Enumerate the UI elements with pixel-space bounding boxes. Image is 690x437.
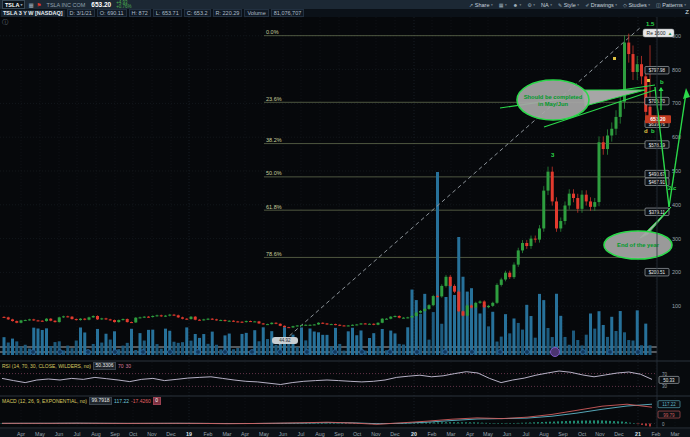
calendar-icon: ▦ [499, 2, 504, 8]
share-button[interactable]: ↗Share▾ [469, 2, 493, 8]
volume-bar [245, 333, 248, 355]
event-marker[interactable] [415, 350, 420, 355]
candle [530, 239, 533, 246]
symbol-input[interactable]: TSLA ▾ [2, 0, 25, 9]
chevron-down-icon: ▾ [20, 2, 22, 7]
time-axis-label: Aug [315, 431, 324, 437]
volume-bar [610, 317, 613, 355]
gear-button[interactable]: ⚙▾ [527, 2, 535, 8]
style-icon: ✎ [558, 2, 562, 8]
volume-bar [122, 346, 125, 355]
collapse-handle-icon[interactable]: Z [685, 9, 689, 15]
candle [202, 319, 205, 320]
event-marker-large[interactable] [551, 348, 560, 357]
volume-bar [241, 334, 244, 355]
event-marker[interactable] [223, 350, 228, 355]
time-axis-label: Nov [595, 431, 605, 437]
event-marker[interactable] [498, 350, 503, 355]
event-marker[interactable] [31, 350, 36, 355]
up-triangle-icon: ▲ [668, 31, 672, 36]
event-marker[interactable] [333, 350, 338, 355]
candle [317, 323, 320, 325]
fib-level-label: 38.2% [266, 137, 282, 143]
chevron-down-icon: ▾ [615, 3, 617, 7]
na-button[interactable]: NA▾ [541, 2, 552, 8]
person-button[interactable]: ☻▾ [513, 2, 522, 8]
candle [640, 64, 643, 76]
volume-bar [559, 316, 562, 355]
candle [411, 316, 414, 317]
ohlc-field: C: 653.2 [184, 9, 211, 17]
volume-bar [538, 294, 541, 355]
event-marker[interactable] [250, 350, 255, 355]
event-marker[interactable] [141, 350, 146, 355]
time-axis-strip[interactable] [0, 429, 690, 437]
volume-bar [11, 339, 14, 355]
button-label: NA [541, 2, 549, 8]
candle [54, 321, 57, 322]
volume-bar [406, 327, 409, 355]
studies-button[interactable]: ◇Studies▾ [623, 2, 650, 8]
volume-bar [66, 346, 69, 355]
patterns-button[interactable]: ◫Patterns▾ [656, 2, 686, 8]
candle [508, 273, 511, 277]
drawings-button[interactable]: ✐Drawings▾ [585, 2, 617, 8]
candle [385, 319, 388, 320]
histogram-bar [329, 423, 331, 424]
candle [58, 317, 61, 322]
trading-platform-window: 9008007006005004003002001000.0%23.6%38.2… [0, 0, 690, 437]
candle [440, 286, 443, 296]
event-marker[interactable] [86, 350, 91, 355]
grid-icon[interactable]: ▦ [28, 2, 33, 8]
calendar-button[interactable]: ▦▾ [499, 2, 507, 8]
event-marker[interactable] [443, 350, 448, 355]
volume-bar [15, 341, 18, 355]
event-marker[interactable] [360, 350, 365, 355]
candle [45, 319, 48, 321]
volume-bar [75, 341, 78, 355]
candle [185, 319, 188, 320]
histogram-bar [485, 423, 487, 424]
histogram-bar [445, 422, 447, 423]
volume-bar [71, 348, 74, 355]
event-marker[interactable] [305, 350, 310, 355]
time-axis-label: Feb [651, 431, 660, 437]
event-marker[interactable] [168, 350, 173, 355]
candle [173, 315, 176, 316]
event-marker[interactable] [278, 350, 283, 355]
flag-icon[interactable]: ⚑ [37, 2, 42, 8]
candle [279, 324, 282, 326]
company-name: TSLA INC COM [47, 2, 86, 8]
candle [559, 221, 562, 228]
candle [245, 321, 248, 322]
time-axis-label: Apr [241, 431, 249, 437]
trendline-price-text: 44.92 [279, 338, 291, 343]
event-marker[interactable] [470, 350, 475, 355]
volume-bar [164, 329, 167, 355]
event-marker[interactable] [581, 350, 586, 355]
studies-icon: ◇ [623, 2, 627, 8]
histogram-bar [545, 422, 547, 424]
volume-bar [598, 311, 601, 355]
chart-canvas[interactable]: 9008007006005004003002001000.0%23.6%38.2… [0, 0, 690, 437]
volume-bar [79, 327, 82, 355]
candle [62, 316, 65, 317]
info-icon[interactable]: ⓘ [2, 18, 8, 27]
drawing-handle[interactable] [613, 57, 616, 60]
style-button[interactable]: ✎Style▾ [558, 2, 579, 8]
event-marker[interactable] [525, 350, 530, 355]
histogram-bar [465, 422, 467, 423]
event-marker[interactable] [636, 350, 641, 355]
candle [109, 319, 112, 320]
event-marker[interactable] [58, 350, 63, 355]
candle [262, 323, 265, 324]
candle [517, 250, 520, 264]
event-marker[interactable] [196, 350, 201, 355]
event-marker[interactable] [608, 350, 613, 355]
volume-bar [436, 172, 439, 355]
event-marker[interactable] [113, 350, 118, 355]
drawing-handle[interactable] [647, 79, 650, 82]
event-marker[interactable] [388, 350, 393, 355]
volume-value: 81,076,707 [271, 9, 305, 17]
volume-bar [313, 332, 316, 355]
